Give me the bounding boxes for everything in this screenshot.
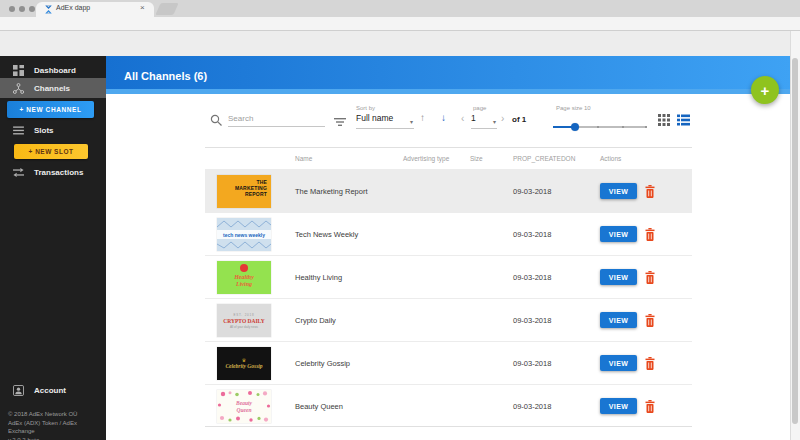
channel-created-date: 09-03-2018 <box>513 385 551 428</box>
channels-hub-icon <box>13 83 24 94</box>
list-view-icon[interactable] <box>677 114 690 126</box>
tab-close-icon[interactable]: × <box>140 3 145 12</box>
new-tab-button[interactable] <box>155 3 178 15</box>
sidebar: Dashboard Channels + NEW CHANNEL Slots +… <box>0 56 106 440</box>
tab-title: AdEx dapp <box>56 4 90 11</box>
sidebar-item-dashboard[interactable]: Dashboard <box>0 60 106 80</box>
sort-ascending-icon[interactable]: ↑ <box>420 112 425 123</box>
channel-created-date: 09-03-2018 <box>513 256 551 299</box>
slider-thumb[interactable] <box>571 123 579 131</box>
slots-list-icon <box>13 126 24 135</box>
footer-line: © 2018 AdEx Network OÜ <box>8 410 104 419</box>
table-row: THE MARKETING REPORT The Marketing Repor… <box>205 169 692 212</box>
sidebar-item-account[interactable]: Account <box>0 380 106 400</box>
channel-created-date: 09-03-2018 <box>513 299 551 342</box>
sort-select[interactable]: Full name ▾ <box>356 113 414 129</box>
delete-icon[interactable] <box>645 357 655 370</box>
table-row: EST. 2018 CRYPTO DAILY All of your daily… <box>205 298 692 341</box>
delete-icon[interactable] <box>645 228 655 241</box>
page-size-slider[interactable] <box>553 123 647 131</box>
grid-view-icon[interactable] <box>658 114 670 126</box>
channel-thumbnail: tech news weekly <box>217 218 271 251</box>
slider-tick <box>645 126 647 128</box>
apple-icon <box>240 264 248 272</box>
page-select-value: 1 <box>471 113 476 123</box>
adex-favicon-icon <box>44 5 53 14</box>
caret-down-icon: ▾ <box>493 118 496 125</box>
new-channel-button[interactable]: + NEW CHANNEL <box>7 101 94 118</box>
channels-table: Name Advertising type Size PROP_CREATEDO… <box>205 147 692 427</box>
table-row: Beauty Queen Beauty Queen 09-03-2018 VIE… <box>205 384 692 427</box>
channel-name: Beauty Queen <box>295 385 343 428</box>
view-button[interactable]: VIEW <box>600 226 637 242</box>
channel-created-date: 09-03-2018 <box>513 213 551 256</box>
view-button[interactable]: VIEW <box>600 183 637 199</box>
page-scrollbar-thumb[interactable] <box>792 58 798 424</box>
sidebar-item-slots[interactable]: Slots <box>0 120 106 140</box>
filter-sort-icon[interactable] <box>334 117 346 127</box>
search-icon[interactable] <box>210 114 223 127</box>
window-minimize-button[interactable] <box>19 6 25 12</box>
slider-tick <box>597 126 599 128</box>
channel-name: Healthy Living <box>295 256 342 299</box>
table-row: ♛ Celebrity Gossip Celebrity Gossip 09-0… <box>205 341 692 384</box>
page-of-label: of 1 <box>512 115 526 124</box>
account-icon <box>13 385 24 396</box>
transactions-swap-icon <box>13 167 24 178</box>
delete-icon[interactable] <box>645 400 655 413</box>
channel-thumbnail: Healthy Living <box>217 261 271 294</box>
view-button[interactable]: VIEW <box>600 312 637 328</box>
channel-created-date: 09-03-2018 <box>513 170 551 213</box>
caret-down-icon: ▾ <box>410 118 413 125</box>
table-header: Name Advertising type Size PROP_CREATEDO… <box>205 148 692 169</box>
delete-icon[interactable] <box>645 185 655 198</box>
add-channel-fab[interactable]: + <box>751 76 779 104</box>
view-button[interactable]: VIEW <box>600 355 637 371</box>
column-header-createdon: PROP_CREATEDON <box>513 155 575 162</box>
next-page-icon[interactable]: › <box>501 113 504 124</box>
tab-bar: AdEx dapp × <box>0 0 800 17</box>
column-header-actions: Actions <box>600 155 621 162</box>
view-button[interactable]: VIEW <box>600 398 637 414</box>
prev-page-icon[interactable]: ‹ <box>461 113 464 124</box>
page-size-label: Page size 10 <box>556 105 591 111</box>
column-header-advertising-type: Advertising type <box>403 155 449 162</box>
channel-thumbnail: ♛ Celebrity Gossip <box>217 347 271 380</box>
browser-tab[interactable] <box>36 2 154 17</box>
sort-select-value: Full name <box>356 113 393 123</box>
channel-thumbnail: THE MARKETING REPORT <box>217 175 271 208</box>
channel-name: The Marketing Report <box>295 170 368 213</box>
channel-thumbnail: Beauty Queen <box>217 390 271 423</box>
channel-created-date: 09-03-2018 <box>513 342 551 385</box>
sidebar-item-transactions[interactable]: Transactions <box>0 162 106 182</box>
channel-name: Tech News Weekly <box>295 213 358 256</box>
app-version-footer: © 2018 AdEx Network OÜ AdEx (ADX) Token … <box>8 410 104 440</box>
delete-icon[interactable] <box>645 271 655 284</box>
browser-window: AdEx dapp × ← → ↻ Secure | https://beta.… <box>0 0 800 440</box>
column-header-size: Size <box>470 155 483 162</box>
window-zoom-button[interactable] <box>29 6 35 12</box>
sort-descending-icon[interactable]: ↓ <box>441 112 446 123</box>
footer-line: AdEx (ADX) Token / AdEx Exchange <box>8 419 104 436</box>
sidebar-item-channels[interactable]: Channels <box>0 78 106 98</box>
delete-icon[interactable] <box>645 314 655 327</box>
channel-thumbnail: EST. 2018 CRYPTO DAILY All of your daily… <box>217 304 271 337</box>
channel-name: Celebrity Gossip <box>295 342 350 385</box>
dashboard-icon <box>13 65 24 76</box>
browser-toolbar: ← → ↻ Secure | https://beta.adex.network… <box>0 17 800 31</box>
view-button[interactable]: VIEW <box>600 269 637 285</box>
page-header-bar <box>106 56 791 94</box>
search-input[interactable] <box>228 110 325 127</box>
column-header-name: Name <box>295 155 312 162</box>
new-slot-button[interactable]: + NEW SLOT <box>14 144 88 159</box>
plus-icon: + <box>761 82 770 99</box>
channel-name: Crypto Daily <box>295 299 336 342</box>
table-row: tech news weekly Tech News Weekly 09-03-… <box>205 212 692 255</box>
window-close-button[interactable] <box>9 6 15 12</box>
table-row: Healthy Living Healthy Living 09-03-2018… <box>205 255 692 298</box>
sort-by-label: Sort by <box>356 105 375 111</box>
app-header: AdEx Publisher ∨ <box>0 31 800 56</box>
page-select[interactable]: 1 ▾ <box>471 113 497 129</box>
page-title: All Channels (6) <box>124 70 207 82</box>
footer-line: v.2.0.2-beta <box>8 436 104 440</box>
